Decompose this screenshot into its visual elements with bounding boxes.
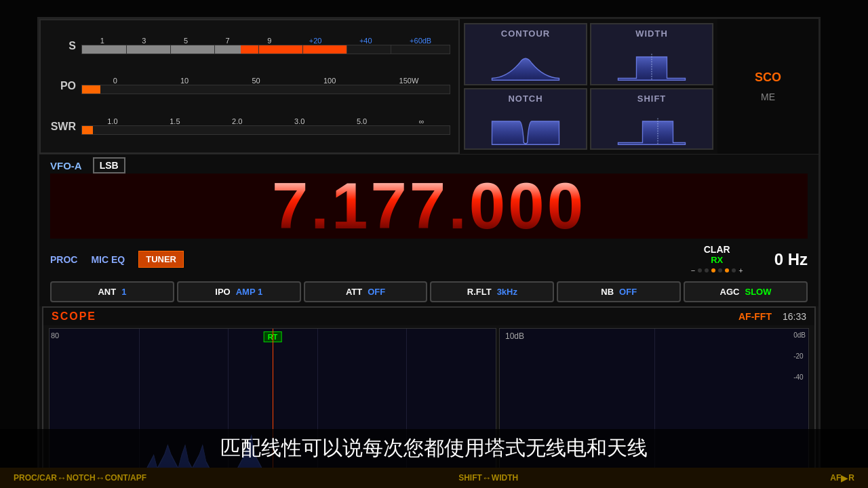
func-row: ANT 1 IPO AMP 1 ATT OFF R.FLT 3kHz NB OF… xyxy=(39,277,818,306)
bottom-shift: SHIFT xyxy=(458,473,482,483)
vfo-section: VFO-A LSB 7.177.000 xyxy=(39,155,818,241)
subtitle-bar: 匹配线性可以说每次您都使用塔式无线电和天线 xyxy=(0,429,868,468)
clar-dot-4 xyxy=(718,268,722,272)
ipo-button[interactable]: IPO AMP 1 xyxy=(177,281,301,302)
time-label: 16:33 xyxy=(783,311,806,322)
contour-shape xyxy=(471,51,580,81)
agc-val: SLOW xyxy=(745,287,772,297)
swr-meter-row: SWR 1.0 1.5 2.0 3.0 5.0 ∞ xyxy=(49,117,450,136)
clar-dot-5 xyxy=(725,268,729,272)
scope-header: SCOPE AF-FFT 16:33 xyxy=(43,308,814,325)
bottom-proc: PROC/CAR xyxy=(14,473,57,483)
ipo-val: AMP 1 xyxy=(236,287,263,297)
af-fft-label: AF-FFT xyxy=(738,311,772,322)
rflt-key: R.FLT xyxy=(467,287,492,297)
bottom-notch: NOTCH xyxy=(66,473,96,483)
clar-indicator: − + xyxy=(691,266,743,274)
bottom-cont: CONT/APF xyxy=(105,473,146,483)
clar-minus: − xyxy=(691,266,695,274)
bottom-arrow-3: ↔ xyxy=(482,472,492,483)
me-label: ME xyxy=(761,92,775,102)
nb-button[interactable]: NB OFF xyxy=(557,281,681,302)
shift-button[interactable]: SHIFT xyxy=(590,88,713,150)
po-scale-labels: 0 10 50 100 150W xyxy=(81,77,450,85)
width-label: WIDTH xyxy=(635,28,668,39)
bottom-arrow-2: ↔ xyxy=(96,472,105,483)
clar-hz: 0 Hz xyxy=(774,250,808,269)
bottom-arrow-1: ↔ xyxy=(57,472,66,483)
shift-shape xyxy=(597,115,707,146)
clar-group: CLAR RX − + xyxy=(691,244,743,274)
contour-label: CONTOUR xyxy=(501,28,550,39)
clar-dot-6 xyxy=(732,268,736,272)
ant-button[interactable]: ANT 1 xyxy=(50,281,174,302)
contour-button[interactable]: CONTOUR xyxy=(464,23,587,85)
po-meter-row: PO 0 10 50 100 150W xyxy=(49,77,450,96)
bottom-af: AF xyxy=(830,473,841,483)
miceq-label: MIC EQ xyxy=(91,254,125,265)
att-val: OFF xyxy=(368,287,385,297)
clar-dot-3 xyxy=(711,268,715,272)
swr-meter-fill xyxy=(82,126,93,134)
s-meter-scale-labels: 1 3 5 7 9 +20 +40 +60dB xyxy=(81,37,450,45)
meter-panel: S 1 3 5 7 9 +20 +40 +60dB xyxy=(39,19,460,154)
bottom-bar: PROC/CAR ↔ NOTCH ↔ CONT/APF SHIFT ↔ WIDT… xyxy=(0,468,868,488)
bottom-r: R xyxy=(848,473,854,483)
vfo-frequency[interactable]: 7.177.000 xyxy=(57,174,801,239)
shift-label: SHIFT xyxy=(637,94,667,104)
notch-shape xyxy=(471,115,580,146)
width-shape xyxy=(597,51,707,81)
ant-val: 1 xyxy=(121,287,126,297)
display-frame: S 1 3 5 7 9 +20 +40 +60dB xyxy=(37,17,821,488)
sco-label: SCO xyxy=(755,70,781,85)
controls-row: PROC MIC EQ TUNER CLAR RX − + 0 Hz xyxy=(39,241,818,277)
s-meter-bar xyxy=(81,45,450,54)
bottom-arrow-4: ▶ xyxy=(841,472,848,483)
agc-key: AGC xyxy=(720,287,740,297)
swr-scale-labels: 1.0 1.5 2.0 3.0 5.0 ∞ xyxy=(81,117,450,125)
right-edge-panel: SCO ME xyxy=(717,19,818,154)
tuner-button[interactable]: TUNER xyxy=(138,251,184,268)
vfo-freq-row: 7.177.000 xyxy=(50,174,808,239)
rflt-val: 3kHz xyxy=(497,287,517,297)
clar-label: CLAR xyxy=(704,244,730,255)
nb-key: NB xyxy=(601,287,614,297)
clar-plus: + xyxy=(738,266,743,274)
agc-button[interactable]: AGC SLOW xyxy=(684,281,808,302)
notch-label: NOTCH xyxy=(508,94,542,104)
clar-area: CLAR RX − + 0 Hz xyxy=(691,244,808,274)
ant-key: ANT xyxy=(98,287,116,297)
clar-rx: RX xyxy=(711,255,723,265)
top-section: S 1 3 5 7 9 +20 +40 +60dB xyxy=(39,19,818,155)
filter-panel: CONTOUR WIDTH xyxy=(460,19,717,154)
po-meter-label: PO xyxy=(49,80,76,92)
att-key: ATT xyxy=(346,287,362,297)
s-meter-row: S 1 3 5 7 9 +20 +40 +60dB xyxy=(49,37,450,56)
po-meter-fill xyxy=(82,85,100,94)
att-button[interactable]: ATT OFF xyxy=(304,281,428,302)
ipo-key: IPO xyxy=(215,287,230,297)
clar-dot-1 xyxy=(698,268,702,272)
bottom-width: WIDTH xyxy=(492,473,518,483)
rflt-button[interactable]: R.FLT 3kHz xyxy=(430,281,554,302)
clar-dot-2 xyxy=(705,268,709,272)
swr-meter-scale: 1.0 1.5 2.0 3.0 5.0 ∞ xyxy=(81,117,450,136)
subtitle-text: 匹配线性可以说每次您都使用塔式无线电和天线 xyxy=(220,436,648,459)
swr-meter-bar xyxy=(81,125,450,135)
scope-label: SCOPE xyxy=(52,310,96,323)
po-meter-scale: 0 10 50 100 150W xyxy=(81,77,450,96)
proc-label: PROC xyxy=(50,254,77,265)
po-meter-bar xyxy=(81,85,450,94)
nb-val: OFF xyxy=(619,287,637,297)
notch-button[interactable]: NOTCH xyxy=(464,88,587,150)
s-meter-label: S xyxy=(49,40,76,52)
vfo-mode: LSB xyxy=(93,157,125,174)
s-meter-scale: 1 3 5 7 9 +20 +40 +60dB xyxy=(81,37,450,56)
vfo-label: VFO-A xyxy=(50,160,82,171)
width-button[interactable]: WIDTH xyxy=(590,23,713,85)
swr-meter-label: SWR xyxy=(49,121,76,133)
